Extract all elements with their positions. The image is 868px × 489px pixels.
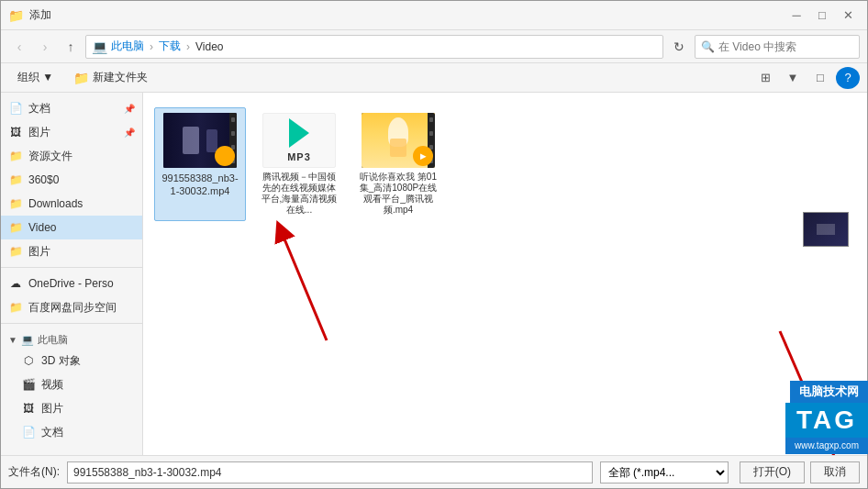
- file-name-1: 991558388_nb3-1-30032.mp4: [160, 172, 240, 198]
- search-bar: 🔍: [695, 35, 860, 59]
- sidebar-label-video: Video: [28, 221, 135, 234]
- address-pc[interactable]: 此电脑: [111, 39, 144, 54]
- sidebar-item-downloads[interactable]: 📁 Downloads: [1, 192, 142, 216]
- address-bar: 💻 此电脑 › 下载 › Video: [85, 35, 663, 59]
- address-icon: 💻: [92, 39, 107, 54]
- close-button[interactable]: ✕: [836, 6, 860, 25]
- filetype-select[interactable]: 全部 (*.mp4...: [600, 461, 729, 483]
- sidebar-item-pictures2[interactable]: 📁 图片: [1, 239, 142, 263]
- sidebar-label-video2: 视频: [41, 377, 135, 393]
- organize-menu[interactable]: 组织 ▼: [8, 67, 62, 89]
- video-icon: 🎬: [21, 377, 36, 392]
- document-icon: 📄: [8, 101, 23, 116]
- sidebar-item-baidu[interactable]: 📁 百度网盘同步空间: [1, 295, 142, 319]
- sidebar-item-pictures[interactable]: 🖼 图片 📌: [1, 120, 142, 144]
- sidebar-label-documents2: 文档: [41, 425, 135, 440]
- file-thumbnail-3: ▶: [362, 113, 435, 168]
- sidebar-item-pictures3[interactable]: 🖼 图片: [1, 396, 142, 420]
- player-badge-3: ▶: [413, 146, 433, 166]
- new-folder-label: 新建文件夹: [93, 70, 148, 85]
- sidebar-label-documents: 文档: [28, 101, 118, 117]
- sidebar-label-pictures: 图片: [28, 125, 118, 140]
- status-bar: 文件名(N): 全部 (*.mp4... 打开(O) 取消: [1, 455, 867, 488]
- address-downloads[interactable]: 下载: [159, 39, 181, 54]
- picture-icon-3: 🖼: [21, 401, 36, 416]
- maximize-button[interactable]: □: [810, 6, 834, 25]
- sidebar-item-onedrive[interactable]: ☁ OneDrive - Perso: [1, 272, 142, 295]
- file-item-1[interactable]: ▶ 991558388_nb3-1-30032.mp4: [154, 107, 246, 221]
- view-dropdown-button[interactable]: ▼: [781, 67, 805, 89]
- file-name-2: 腾讯视频－中国领先的在线视频媒体平台,海量高清视频在线...: [259, 172, 339, 216]
- folder-icon-360: 📁: [8, 172, 23, 187]
- cloud-icon: ☁: [8, 276, 23, 291]
- back-button[interactable]: ‹: [8, 36, 30, 58]
- search-icon: 🔍: [701, 40, 715, 53]
- folder-icon: 📁: [73, 71, 89, 85]
- main-area: 📄 文档 📌 🖼 图片 📌 📁 资源文件 📁 360$0 📁 Downloads: [1, 93, 867, 455]
- status-bar-actions: 打开(O) 取消: [740, 461, 860, 483]
- search-input[interactable]: [718, 40, 856, 53]
- file-dialog-window: 📁 添加 ─ □ ✕ ‹ › ↑ 💻 此电脑 › 下载 › Video ↻ 🔍 …: [0, 0, 868, 489]
- picture-icon: 🖼: [8, 125, 23, 139]
- pin-icon-2: 📌: [124, 128, 135, 138]
- title-bar: 📁 添加 ─ □ ✕: [1, 1, 867, 30]
- svg-line-1: [281, 230, 327, 340]
- video-thumb-2: MP3: [262, 113, 336, 168]
- file-name-3: 听说你喜欢我 第01集_高清1080P在线观看平台_腾讯视频.mp4: [358, 172, 439, 216]
- up-button[interactable]: ↑: [60, 36, 82, 58]
- sidebar-label-onedrive: OneDrive - Perso: [28, 277, 135, 290]
- navigation-toolbar: ‹ › ↑ 💻 此电脑 › 下载 › Video ↻ 🔍: [1, 30, 867, 63]
- sidebar-item-documents[interactable]: 📄 文档 📌: [1, 96, 142, 120]
- window-title: 添加: [29, 7, 785, 23]
- address-sep-1: ›: [150, 40, 153, 53]
- sidebar-section-thispc[interactable]: ▼ 💻 此电脑: [1, 328, 142, 349]
- sidebar-label-360: 360$0: [28, 173, 135, 186]
- new-folder-button[interactable]: 📁 新建文件夹: [64, 67, 157, 89]
- annotation-arrow-2: [752, 322, 862, 455]
- content-area: ▶ 991558388_nb3-1-30032.mp4 MP3 腾讯视频－中国领…: [143, 93, 867, 455]
- address-video: Video: [195, 40, 223, 53]
- file-item-3[interactable]: ▶ 听说你喜欢我 第01集_高清1080P在线观看平台_腾讯视频.mp4: [352, 107, 444, 221]
- sidebar-item-resources[interactable]: 📁 资源文件: [1, 144, 142, 168]
- sidebar-item-video[interactable]: 📁 Video: [1, 216, 142, 239]
- forward-button[interactable]: ›: [34, 36, 56, 58]
- sidebar-label-thispc: 此电脑: [38, 333, 68, 347]
- section-arrow: ▼: [8, 335, 17, 345]
- pin-icon: 📌: [124, 104, 135, 114]
- file-thumbnail-1: ▶: [163, 113, 237, 168]
- filename-label: 文件名(N):: [8, 464, 60, 480]
- sidebar-item-3d[interactable]: ⬡ 3D 对象: [1, 349, 142, 372]
- play-triangle: [289, 118, 309, 148]
- folder-icon-downloads: 📁: [8, 196, 23, 211]
- sidebar-label-3d: 3D 对象: [41, 353, 135, 369]
- folder-icon-baidu: 📁: [8, 300, 23, 315]
- folder-icon-pictures2: 📁: [8, 244, 23, 259]
- minimize-button[interactable]: ─: [785, 6, 808, 25]
- folder-icon-video: 📁: [8, 220, 23, 235]
- computer-icon: 💻: [21, 334, 34, 346]
- sidebar-label-pictures2: 图片: [28, 244, 135, 260]
- document-icon-2: 📄: [21, 425, 36, 439]
- sidebar-label-downloads: Downloads: [28, 197, 135, 210]
- folder-icon-resources: 📁: [8, 149, 23, 163]
- menu-bar: 组织 ▼ 📁 新建文件夹 ⊞ ▼ □ ?: [1, 63, 867, 93]
- sidebar-label-baidu: 百度网盘同步空间: [28, 300, 135, 316]
- sidebar-item-video2[interactable]: 🎬 视频: [1, 372, 142, 396]
- refresh-button[interactable]: ↻: [667, 35, 691, 59]
- help-button[interactable]: ?: [836, 67, 860, 89]
- cancel-button[interactable]: 取消: [810, 461, 860, 483]
- view-controls: ⊞ ▼ □ ?: [753, 67, 860, 89]
- pane-button[interactable]: □: [808, 67, 832, 89]
- view-mode-button[interactable]: ⊞: [753, 67, 777, 89]
- window-icon: 📁: [8, 8, 24, 23]
- sidebar: 📄 文档 📌 🖼 图片 📌 📁 资源文件 📁 360$0 📁 Downloads: [1, 93, 143, 455]
- mini-thumb-right: [803, 212, 849, 247]
- sidebar-item-360s0[interactable]: 📁 360$0: [1, 168, 142, 192]
- sidebar-label-resources: 资源文件: [28, 149, 135, 164]
- open-button[interactable]: 打开(O): [740, 461, 805, 483]
- sidebar-item-documents2[interactable]: 📄 文档: [1, 420, 142, 444]
- file-item-2[interactable]: MP3 腾讯视频－中国领先的在线视频媒体平台,海量高清视频在线...: [253, 107, 345, 221]
- video-thumb-3: ▶: [362, 113, 435, 168]
- address-sep-2: ›: [186, 40, 190, 53]
- filename-input[interactable]: [67, 461, 593, 483]
